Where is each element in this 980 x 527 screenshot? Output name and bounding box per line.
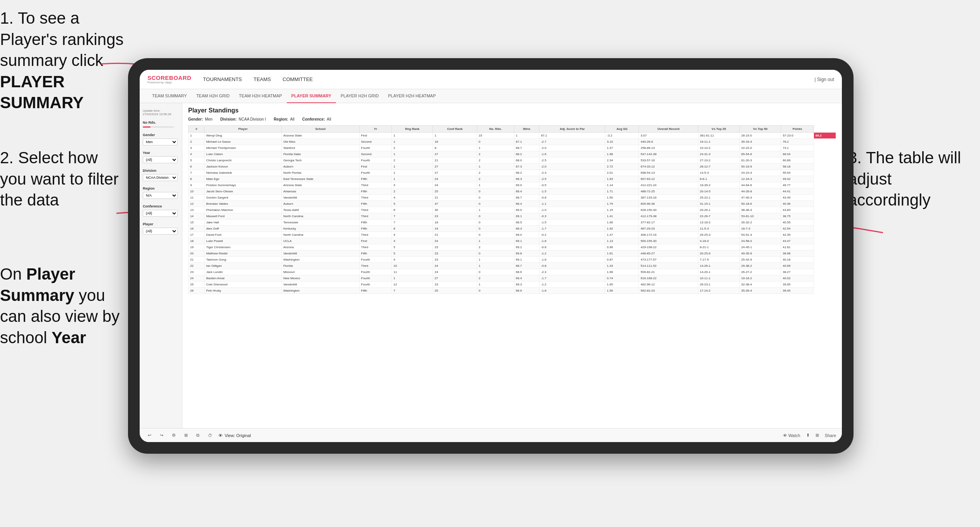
toolbar-redo[interactable]: ↪	[158, 432, 166, 439]
table-row: 9Preston SummerhaysArizona StateThird324…	[189, 182, 836, 188]
table-row: 3Michael ThorbjornsenStanfordFourth28168…	[189, 145, 836, 151]
sidebar-division: Division NCAA Division I	[143, 169, 179, 181]
col-vs-top25: Vs Top 25	[698, 126, 739, 133]
sidebar-conference: Conference (All)	[143, 204, 179, 217]
table-row: 26Petr HrubyWashingtonFifth725068.6-1.81…	[189, 288, 836, 294]
table-row: 18Luke PowellUCLAFirst424169.1-1.81.1350…	[189, 238, 836, 244]
nav-teams[interactable]: TEAMS	[254, 74, 271, 84]
sub-nav-team-summary[interactable]: TEAM SUMMARY	[147, 89, 192, 103]
sidebar-division-select[interactable]: NCAA Division I	[143, 174, 178, 181]
toolbar-export[interactable]: ⬆	[806, 433, 810, 438]
table-row: 12Brendan ValdesAuburnFifth537068.4-1.11…	[189, 201, 836, 207]
main-nav: TOURNAMENTS TEAMS COMMITTEE	[203, 74, 814, 84]
instruction-2-container: 2. Select how you want to filter the dat…	[0, 147, 124, 211]
table-row: 2Michael Le SassoOle MissSecond118067.1-…	[189, 139, 836, 145]
sidebar-player: Player (All)	[143, 222, 179, 235]
table-row: 25Cole SherwoodVanderbiltFourth1223169.3…	[189, 282, 836, 288]
logo-text: SCOREBOARD	[147, 74, 191, 81]
col-reg-rank: Reg Rank	[392, 126, 433, 133]
toolbar-clock[interactable]: ⏱	[206, 432, 215, 439]
col-wins: Wins	[514, 126, 539, 133]
toolbar-settings[interactable]: ⚙	[170, 432, 178, 439]
table-row: 22Ian GilliganFloridaThird1024168.7-0.81…	[189, 263, 836, 269]
logo-sub: Powered by clippi	[147, 81, 191, 84]
col-rank: #	[189, 126, 204, 133]
instruction-2b-text: On Player Summary you can also view by s…	[0, 264, 132, 348]
col-overall: Overall Record	[639, 126, 698, 133]
col-avg-sg: Avg SG	[605, 126, 639, 133]
col-yr: Yr	[359, 126, 392, 133]
tablet-screen: SCOREBOARD Powered by clippi TOURNAMENTS…	[140, 70, 842, 442]
col-points: Points	[781, 126, 814, 133]
toolbar-grid2[interactable]: ⊞	[816, 433, 819, 438]
main-content: Update time: 27/03/2024 16:56:26 No Rds.…	[140, 103, 842, 428]
col-school: School	[282, 126, 359, 133]
sidebar-gender: Gender Men	[143, 133, 179, 145]
table-row: 23Jack LundinMissouriFourth1124068.6-2.3…	[189, 269, 836, 275]
sidebar-division-label: Division	[143, 169, 179, 173]
instruction-3-text: 3. The table will adjust accordingly	[848, 147, 972, 211]
sidebar-gender-label: Gender	[143, 133, 179, 137]
no-rds-slider-fill	[143, 126, 151, 128]
tablet-device: SCOREBOARD Powered by clippi TOURNAMENTS…	[128, 58, 854, 454]
instruction-2-text: 2. Select how you want to filter the dat…	[0, 147, 124, 211]
bottom-toolbar: ↩ ↪ ⚙ ⊞ ⧉ ⏱ 👁 View: Original 👁 Watch ⬆ ⊞…	[140, 428, 842, 442]
sidebar-year-select[interactable]: (All)	[143, 156, 178, 163]
sub-nav: TEAM SUMMARY TEAM H2H GRID TEAM H2H HEAT…	[140, 89, 842, 103]
nav-tournaments[interactable]: TOURNAMENTS	[203, 74, 242, 84]
table-row: 16Alex GoffKentuckyFifth819068.3-1.71.92…	[189, 226, 836, 232]
filter-gender: Gender: Men	[188, 117, 213, 121]
sidebar-update: Update time: 27/03/2024 16:56:26	[143, 109, 179, 116]
instruction-1-container: 1. To see a Player's rankings summary cl…	[0, 8, 132, 121]
filter-row: Gender: Men Division: NCAA Division I Re…	[188, 117, 836, 121]
nav-committee[interactable]: COMMITTEE	[282, 74, 313, 84]
sub-nav-player-summary[interactable]: PLAYER SUMMARY	[287, 89, 336, 103]
col-player: Player	[204, 126, 282, 133]
view-label: View: Original	[225, 433, 251, 438]
toolbar-grid[interactable]: ⊞	[182, 432, 190, 439]
table-row: 11Gordon SargentVanderbiltThird421068.7-…	[189, 195, 836, 201]
table-row: 14Maxwell FordNorth CarolinaThird723069.…	[189, 213, 836, 219]
sidebar-player-select[interactable]: (All)	[143, 228, 178, 235]
sub-nav-player-h2h-grid[interactable]: PLAYER H2H GRID	[336, 89, 383, 103]
toolbar-right: 👁 Watch ⬆ ⊞ Share	[783, 433, 836, 438]
header-right: | Sign out	[815, 77, 834, 82]
sidebar-no-rds: No Rds.	[143, 121, 179, 128]
sidebar-region-label: Region	[143, 187, 179, 190]
view-icon: 👁	[218, 433, 223, 438]
instruction-1-text: 1. To see a Player's rankings summary cl…	[0, 8, 132, 114]
sidebar-year: Year (All)	[143, 151, 179, 163]
table-row: 8Mats EgeEast Tennessee StateFifth124268…	[189, 176, 836, 182]
sub-nav-player-h2h-heatmap[interactable]: PLAYER H2H HEATMAP	[383, 89, 440, 103]
sub-nav-team-h2h-grid[interactable]: TEAM H2H GRID	[192, 89, 234, 103]
table-row: 6Jackson KoivunAuburnFirst127167.3-2.02.…	[189, 164, 836, 170]
col-vs-top50: Vs Top 50	[739, 126, 781, 133]
table-row: 24Bastien AmatNew MexicoFourth127269.4-1…	[189, 275, 836, 282]
filter-conference: Conference: All	[302, 117, 331, 121]
toolbar-copy[interactable]: ⧉	[194, 432, 202, 439]
col-conf-rank: Conf Rank	[433, 126, 477, 133]
instruction-3-container: 3. The table will adjust accordingly	[848, 147, 972, 211]
toolbar-view[interactable]: 👁 View: Original	[218, 433, 251, 438]
player-standings-table: # Player School Yr Reg Rank Conf Rank No…	[188, 125, 836, 294]
toolbar-undo[interactable]: ↩	[145, 432, 154, 439]
table-row: 20Matthew RiedelVanderbiltFifth523069.8-…	[189, 251, 836, 257]
table-row: 4Luke ClatonFlorida StateSecond127268.2-…	[189, 151, 836, 157]
logo-area: SCOREBOARD Powered by clippi	[147, 74, 191, 84]
sidebar-region-select[interactable]: N/A	[143, 192, 178, 199]
app-header: SCOREBOARD Powered by clippi TOURNAMENTS…	[140, 70, 842, 89]
toolbar-share[interactable]: Share	[825, 433, 836, 438]
table-title: Player Standings	[188, 107, 836, 114]
toolbar-watch[interactable]: 👁 Watch	[783, 433, 800, 438]
table-row: 19Tiger ChristensenArizonaThird523269.2-…	[189, 244, 836, 251]
table-area: Player Standings Gender: Men Division: N…	[182, 103, 842, 428]
sidebar-conference-select[interactable]: (All)	[143, 210, 178, 217]
table-row: 1Wenyi DingArizona StateFirst1115167.1-3…	[189, 133, 836, 139]
col-no-rds: No. Rds.	[477, 126, 514, 133]
filter-region: Region: All	[274, 117, 294, 121]
sub-nav-team-h2h-heatmap[interactable]: TEAM H2H HEATMAP	[234, 89, 287, 103]
sidebar-year-label: Year	[143, 151, 179, 155]
table-row: 7Nicholas GabrelcikNorth FloridaFourth12…	[189, 170, 836, 176]
sidebar-gender-select[interactable]: Men	[143, 138, 178, 145]
no-rds-slider[interactable]	[143, 126, 174, 128]
